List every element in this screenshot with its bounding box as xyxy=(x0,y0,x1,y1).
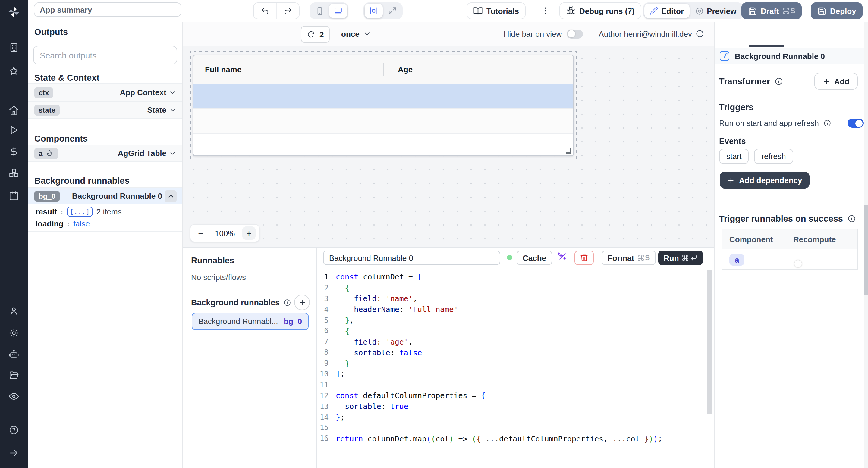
fullscreen-button[interactable] xyxy=(383,4,401,18)
tutorials-button[interactable]: Tutorials xyxy=(467,2,526,19)
favorites-star-icon[interactable] xyxy=(9,66,19,76)
debug-runs-label: Debug runs (7) xyxy=(579,6,634,15)
save-icon xyxy=(748,6,757,15)
outputs-panel: Outputs State & Context ctx App Context … xyxy=(28,22,183,468)
events-title: Events xyxy=(719,137,746,146)
help-icon[interactable] xyxy=(9,425,19,435)
ctx-badge: ctx xyxy=(34,87,53,98)
settings-gear-icon[interactable] xyxy=(9,328,19,338)
hide-bar-toggle[interactable] xyxy=(567,29,583,38)
undo-button[interactable] xyxy=(254,3,276,19)
runnables-title: Runnables xyxy=(191,256,234,265)
variables-dollar-icon[interactable] xyxy=(9,147,19,157)
column-header-fullname[interactable]: Full name xyxy=(205,65,241,74)
chevron-down-icon[interactable] xyxy=(169,149,177,157)
workspace-building-icon[interactable] xyxy=(9,42,19,53)
preview-tab[interactable]: Preview xyxy=(689,4,742,18)
format-button[interactable]: Format S xyxy=(601,250,656,265)
folders-icon[interactable] xyxy=(9,370,19,380)
editor-scrollbar[interactable] xyxy=(707,270,712,414)
zoom-out-button[interactable]: − xyxy=(194,227,207,240)
add-background-runnable-button[interactable] xyxy=(294,295,310,310)
canvas-header: 2 once Hide bar on view Author henri@win… xyxy=(183,22,714,46)
ai-wand-icon[interactable] xyxy=(556,253,567,263)
debug-runs-button[interactable]: Debug runs (7) xyxy=(559,2,641,19)
more-menu-button[interactable] xyxy=(541,5,550,16)
selected-component-outline[interactable]: Full name Age xyxy=(190,51,577,160)
output-row-bg0[interactable]: bg_0 Background Runnable 0 xyxy=(28,187,182,204)
app-summary-input[interactable] xyxy=(34,2,181,17)
users-person-icon[interactable] xyxy=(9,306,19,316)
result-count: 2 items xyxy=(96,207,122,216)
editor-toolbar: Cache Format S Run xyxy=(317,247,714,267)
aggrid-table-component[interactable]: Full name Age xyxy=(193,55,574,156)
table-row[interactable] xyxy=(193,109,573,134)
components-title: Components xyxy=(34,134,88,143)
column-divider[interactable] xyxy=(383,63,384,76)
column-header-age[interactable]: Age xyxy=(398,65,412,74)
output-row-ctx[interactable]: ctx App Context xyxy=(28,83,182,101)
draft-button[interactable]: Draft S xyxy=(741,2,802,19)
chevron-down-icon[interactable] xyxy=(169,89,177,96)
refresh-count-button[interactable]: 2 xyxy=(301,26,330,43)
result-array-chip[interactable]: [...] xyxy=(67,207,93,217)
add-transformer-button[interactable]: Add xyxy=(814,73,858,90)
runs-play-icon[interactable] xyxy=(9,125,19,135)
bg0-result-row[interactable]: result: [...] 2 items xyxy=(36,207,122,217)
chevron-down-icon[interactable] xyxy=(169,106,177,114)
app-canvas[interactable]: 2 once Hide bar on view Author henri@win… xyxy=(183,22,714,247)
trigger-success-title: Trigger runnables on success xyxy=(719,214,843,224)
cache-button[interactable]: Cache xyxy=(517,250,552,265)
delete-runnable-button[interactable] xyxy=(575,250,594,265)
mobile-view-button[interactable] xyxy=(311,4,329,18)
collapse-chevron-up-button[interactable] xyxy=(164,190,177,202)
info-icon[interactable] xyxy=(847,214,856,223)
collapse-arrow-icon[interactable] xyxy=(9,448,19,458)
center-align-button[interactable] xyxy=(365,4,383,18)
hand-pointer-icon[interactable] xyxy=(45,149,53,157)
table-header-component: Component xyxy=(722,235,793,244)
table-row-selected[interactable] xyxy=(193,84,573,109)
table-resize-handle[interactable] xyxy=(566,148,571,154)
workers-robot-icon[interactable] xyxy=(8,349,19,360)
info-icon[interactable] xyxy=(823,119,831,127)
zoom-in-button[interactable]: + xyxy=(242,227,255,240)
output-row-component-a[interactable]: a AgGrid Table xyxy=(28,144,182,162)
run-button[interactable]: Run xyxy=(658,250,703,265)
event-badge-start: start xyxy=(719,149,749,164)
desktop-view-button[interactable] xyxy=(329,4,347,18)
column-divider[interactable] xyxy=(572,63,573,76)
home-icon[interactable] xyxy=(8,105,19,115)
resources-boxes-icon[interactable] xyxy=(8,167,19,178)
info-icon[interactable] xyxy=(695,30,704,38)
info-icon[interactable] xyxy=(774,77,783,86)
deploy-label: Deploy xyxy=(830,6,856,15)
selected-runnable-header[interactable]: f Background Runnable 0 xyxy=(715,47,868,64)
output-row-state[interactable]: state State xyxy=(28,101,182,119)
info-icon[interactable] xyxy=(283,299,291,307)
state-badge: state xyxy=(34,104,60,115)
component-a-badge[interactable]: a xyxy=(730,254,744,265)
panel-scrollbar-thumb[interactable] xyxy=(864,205,868,295)
bg0-loading-row: loading: false xyxy=(36,219,90,228)
audit-eye-icon[interactable] xyxy=(8,391,19,402)
redo-button[interactable] xyxy=(276,3,299,19)
run-mode-dropdown[interactable]: once xyxy=(341,26,372,41)
refresh-icon xyxy=(307,30,315,38)
canvas-zoom-bar: − 100% + xyxy=(190,224,260,242)
editor-tab[interactable]: Editor xyxy=(644,4,689,18)
code-editor-panel: Cache Format S Run xyxy=(316,247,714,468)
background-runnable-item[interactable]: Background Runnabl... bg_0 xyxy=(192,312,309,330)
panel-scrollbar-track[interactable] xyxy=(864,22,868,468)
top-toolbar: Tutorials Debug runs (7) Editor Preview … xyxy=(28,0,868,22)
search-outputs-input[interactable] xyxy=(33,46,177,64)
editor-label: Editor xyxy=(661,6,684,15)
schedules-calendar-icon[interactable] xyxy=(9,191,19,201)
runnable-name-input[interactable] xyxy=(323,250,500,265)
add-dependency-button[interactable]: Add dependency xyxy=(720,172,809,189)
run-on-start-toggle[interactable] xyxy=(847,119,864,128)
divider xyxy=(28,231,182,232)
windmill-logo-icon[interactable] xyxy=(7,5,21,19)
deploy-button[interactable]: Deploy xyxy=(811,2,863,19)
monaco-editor[interactable]: 1const columnDef = [2 {3 field: 'name',4… xyxy=(317,267,714,468)
